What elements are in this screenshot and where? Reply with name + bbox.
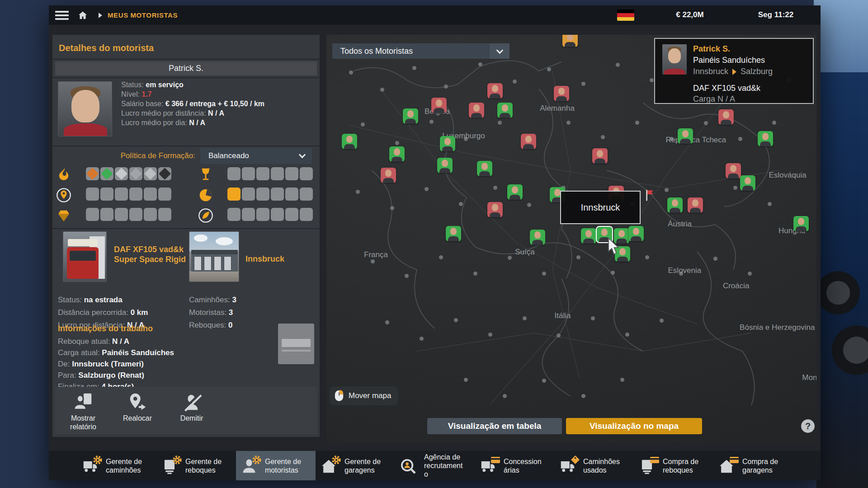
training-policy-dropdown[interactable]: Balanceado <box>200 148 312 164</box>
driver-marker[interactable] <box>389 146 405 162</box>
job-info-lines: Reboque atual: N / ACarga atual: Painéis… <box>58 336 239 392</box>
cargo-thumbnail <box>278 324 314 364</box>
home-icon[interactable] <box>77 10 89 21</box>
job-info-line: Reboque atual: N / A <box>58 336 239 347</box>
city-dot <box>395 141 399 145</box>
move-map-button[interactable]: Mover mapa <box>330 386 398 405</box>
skill-slot <box>100 208 113 221</box>
driver-marker[interactable] <box>758 131 773 146</box>
skill-slot <box>256 208 269 221</box>
skill-slot <box>300 167 313 180</box>
driver-marker[interactable] <box>487 202 503 217</box>
truck-image[interactable] <box>63 231 107 282</box>
driver-marker[interactable] <box>440 136 455 151</box>
skill-slot <box>285 208 298 221</box>
driver-filter-dropdown[interactable]: Todos os Motoristas <box>332 43 509 59</box>
relocate-button[interactable]: Realocar <box>116 390 159 434</box>
driver-marker[interactable] <box>726 163 741 178</box>
city-dot <box>635 121 639 125</box>
driver-marker[interactable] <box>403 108 418 124</box>
skill-row <box>52 167 320 183</box>
skill-slot <box>271 167 284 180</box>
job-info-line: De: Innsbruck (Trameri) <box>58 358 239 370</box>
driver-marker[interactable] <box>628 226 644 241</box>
driver-marker[interactable] <box>342 134 357 149</box>
driver-marker[interactable] <box>581 228 596 244</box>
info-cargo-status: Carga N / A <box>693 94 807 104</box>
driver-marker[interactable] <box>678 128 693 144</box>
menu-icon[interactable] <box>55 11 69 20</box>
garage-image[interactable] <box>189 231 239 282</box>
long-distance-skill-icon <box>56 188 74 203</box>
skill-slot <box>144 208 157 221</box>
table-view-button[interactable]: Visualização em tabela <box>427 418 562 434</box>
city-dot <box>733 186 737 190</box>
adr-skill-slots <box>86 167 171 180</box>
fragile-skill-icon <box>198 167 216 183</box>
breadcrumb: MEUS MOTORISTAS <box>108 11 178 19</box>
info-truck: DAF XF105 vad&k <box>693 83 807 94</box>
skill-slot <box>100 188 113 201</box>
skill-slot <box>158 188 171 201</box>
driver-marker[interactable] <box>497 103 513 118</box>
panel-title: Detalhes do motorista <box>59 43 154 53</box>
driver-marker[interactable] <box>381 168 396 183</box>
adr-skill-icon <box>56 167 74 183</box>
help-button[interactable]: ? <box>801 419 815 433</box>
city-dot <box>464 378 468 382</box>
driver-marker[interactable] <box>562 35 578 47</box>
driver-marker[interactable] <box>688 197 703 213</box>
garage-purchase-tab[interactable]: Compra de garagens <box>713 451 793 480</box>
city-dot <box>581 82 585 86</box>
driver-marker[interactable] <box>487 83 503 99</box>
driver-marker[interactable] <box>793 216 809 231</box>
recruitment-agency-tab[interactable]: Agência de recrutamento <box>395 451 475 480</box>
country-label: Croácia <box>723 282 750 291</box>
driver-details-panel: Detalhes do motorista Patrick S. Status:… <box>52 35 320 437</box>
driver-info-line: Status: em serviço <box>121 80 316 89</box>
driver-marker[interactable] <box>507 184 523 200</box>
europe-map[interactable]: BélgicaAlemanhaLuxemburgoRepública Tchec… <box>326 35 816 443</box>
driver-photo <box>58 81 112 136</box>
mouse-icon <box>334 389 344 402</box>
driver-marker[interactable] <box>554 86 569 101</box>
driver-actions-bar: Mostrar relatório Realocar Demitir <box>55 387 317 434</box>
city-dot <box>425 187 429 191</box>
eco-skill-icon <box>198 208 216 223</box>
show-report-button[interactable]: Mostrar relatório <box>61 390 105 434</box>
driver-marker[interactable] <box>530 230 545 245</box>
garage-manager-tab[interactable]: Gerente de garagens <box>316 451 395 480</box>
driver-marker[interactable] <box>477 161 492 176</box>
driver-info-line: Lucro médio por dia: N / A <box>121 118 316 127</box>
adr-class-badge <box>115 167 128 180</box>
dealers-tab[interactable]: Concessionárias <box>475 451 554 480</box>
driver-marker[interactable] <box>592 148 608 164</box>
garage-info-lines: Caminhões: 3Motoristas: 3Reboques: 0 <box>189 294 293 332</box>
driver-marker[interactable] <box>469 103 484 118</box>
map-view-button[interactable]: Visualização no mapa <box>566 418 702 434</box>
garage-name: Innsbruck <box>245 254 284 264</box>
dismiss-button[interactable]: Demitir <box>170 390 213 434</box>
driver-marker[interactable] <box>667 197 683 213</box>
used-trucks-tab[interactable]: Caminhões usados <box>554 451 634 480</box>
driver-marker[interactable] <box>446 226 461 241</box>
city-dot <box>412 66 416 70</box>
trailer-manager-tab[interactable]: Gerente de reboques <box>156 451 236 480</box>
garage-info-line: Reboques: 0 <box>189 319 293 332</box>
driver-marker[interactable] <box>437 158 453 173</box>
city-dot <box>473 272 477 276</box>
driver-marker[interactable] <box>521 134 536 149</box>
driver-manager-tab[interactable]: Gerente de motoristas <box>236 451 316 480</box>
driver-marker[interactable] <box>718 109 734 125</box>
dropdown-button[interactable] <box>490 43 509 59</box>
trailer-purchase-tab[interactable]: Compra de reboques <box>634 451 713 480</box>
country-label: Áustria <box>668 220 692 229</box>
adr-class-badge <box>129 167 142 180</box>
city-dot <box>645 255 649 259</box>
driver-marker[interactable] <box>740 175 755 191</box>
skill-slot <box>271 188 284 201</box>
skill-slot <box>271 208 284 221</box>
city-dot <box>616 63 620 67</box>
driver-marker[interactable] <box>431 98 447 113</box>
truck-manager-tab[interactable]: Gerente de caminhões <box>77 451 156 480</box>
